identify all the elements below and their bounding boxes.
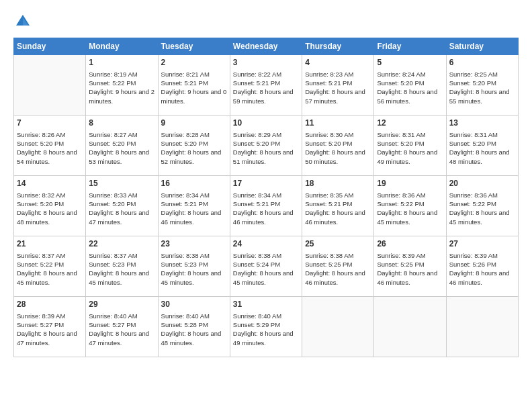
day-info: Sunrise: 8:23 AMSunset: 5:21 PMDaylight:… xyxy=(305,70,371,105)
day-number: 9 xyxy=(161,118,227,129)
day-number: 29 xyxy=(89,299,154,310)
day-number: 15 xyxy=(89,178,154,189)
day-number: 14 xyxy=(17,178,83,189)
day-info: Sunrise: 8:35 AMSunset: 5:21 PMDaylight:… xyxy=(305,191,371,226)
day-info: Sunrise: 8:39 AMSunset: 5:27 PMDaylight:… xyxy=(17,312,83,347)
day-info: Sunrise: 8:22 AMSunset: 5:21 PMDaylight:… xyxy=(233,70,299,105)
day-cell: 19Sunrise: 8:36 AMSunset: 5:22 PMDayligh… xyxy=(374,176,446,236)
day-number: 7 xyxy=(17,118,83,129)
day-cell: 4Sunrise: 8:23 AMSunset: 5:21 PMDaylight… xyxy=(302,55,374,116)
day-info: Sunrise: 8:27 AMSunset: 5:20 PMDaylight:… xyxy=(89,130,154,166)
day-number: 4 xyxy=(305,57,371,68)
day-cell xyxy=(302,297,374,357)
day-info: Sunrise: 8:28 AMSunset: 5:20 PMDaylight:… xyxy=(161,130,227,166)
weekday-header-row: SundayMondayTuesdayWednesdayThursdayFrid… xyxy=(14,38,519,55)
weekday-header-sunday: Sunday xyxy=(14,38,86,55)
day-info: Sunrise: 8:36 AMSunset: 5:22 PMDaylight:… xyxy=(449,191,515,226)
day-info: Sunrise: 8:34 AMSunset: 5:21 PMDaylight:… xyxy=(233,191,299,226)
day-cell: 20Sunrise: 8:36 AMSunset: 5:22 PMDayligh… xyxy=(446,176,518,236)
week-row-5: 28Sunrise: 8:39 AMSunset: 5:27 PMDayligh… xyxy=(14,297,519,357)
day-cell: 24Sunrise: 8:38 AMSunset: 5:24 PMDayligh… xyxy=(230,236,302,297)
day-number: 20 xyxy=(449,178,515,189)
day-info: Sunrise: 8:31 AMSunset: 5:20 PMDaylight:… xyxy=(377,130,443,166)
day-number: 17 xyxy=(233,178,299,189)
week-row-4: 21Sunrise: 8:37 AMSunset: 5:22 PMDayligh… xyxy=(14,236,519,297)
day-cell: 28Sunrise: 8:39 AMSunset: 5:27 PMDayligh… xyxy=(14,297,86,357)
day-cell: 30Sunrise: 8:40 AMSunset: 5:28 PMDayligh… xyxy=(158,297,230,357)
day-cell: 23Sunrise: 8:38 AMSunset: 5:23 PMDayligh… xyxy=(158,236,230,297)
weekday-header-wednesday: Wednesday xyxy=(230,38,302,55)
weekday-header-saturday: Saturday xyxy=(446,38,518,55)
day-info: Sunrise: 8:19 AMSunset: 5:22 PMDaylight:… xyxy=(89,70,154,105)
day-cell: 6Sunrise: 8:25 AMSunset: 5:20 PMDaylight… xyxy=(446,55,518,116)
day-cell: 2Sunrise: 8:21 AMSunset: 5:21 PMDaylight… xyxy=(158,55,230,116)
day-number: 3 xyxy=(233,57,299,68)
day-number: 21 xyxy=(17,238,83,250)
day-info: Sunrise: 8:32 AMSunset: 5:20 PMDaylight:… xyxy=(17,191,83,226)
day-number: 24 xyxy=(233,238,299,250)
day-info: Sunrise: 8:37 AMSunset: 5:23 PMDaylight:… xyxy=(89,251,154,287)
weekday-header-thursday: Thursday xyxy=(302,38,374,55)
day-info: Sunrise: 8:38 AMSunset: 5:24 PMDaylight:… xyxy=(233,251,299,287)
day-cell xyxy=(446,297,518,357)
week-row-2: 7Sunrise: 8:26 AMSunset: 5:20 PMDaylight… xyxy=(14,116,519,176)
day-cell: 7Sunrise: 8:26 AMSunset: 5:20 PMDaylight… xyxy=(14,116,86,176)
day-info: Sunrise: 8:39 AMSunset: 5:26 PMDaylight:… xyxy=(449,251,515,287)
day-number: 19 xyxy=(377,178,443,189)
day-number: 18 xyxy=(305,178,371,189)
week-row-3: 14Sunrise: 8:32 AMSunset: 5:20 PMDayligh… xyxy=(14,176,519,236)
day-cell: 14Sunrise: 8:32 AMSunset: 5:20 PMDayligh… xyxy=(14,176,86,236)
weekday-header-monday: Monday xyxy=(86,38,158,55)
day-info: Sunrise: 8:26 AMSunset: 5:20 PMDaylight:… xyxy=(17,130,83,166)
day-info: Sunrise: 8:39 AMSunset: 5:25 PMDaylight:… xyxy=(377,251,443,287)
day-info: Sunrise: 8:31 AMSunset: 5:20 PMDaylight:… xyxy=(449,130,515,166)
day-cell: 22Sunrise: 8:37 AMSunset: 5:23 PMDayligh… xyxy=(86,236,158,297)
day-number: 16 xyxy=(161,178,227,189)
calendar-table: SundayMondayTuesdayWednesdayThursdayFrid… xyxy=(13,38,519,357)
day-number: 31 xyxy=(233,299,299,310)
day-number: 1 xyxy=(89,57,154,68)
day-info: Sunrise: 8:36 AMSunset: 5:22 PMDaylight:… xyxy=(377,191,443,226)
day-cell: 25Sunrise: 8:38 AMSunset: 5:25 PMDayligh… xyxy=(302,236,374,297)
day-cell: 1Sunrise: 8:19 AMSunset: 5:22 PMDaylight… xyxy=(86,55,158,116)
day-number: 26 xyxy=(377,238,443,250)
day-number: 22 xyxy=(89,238,154,250)
day-cell: 17Sunrise: 8:34 AMSunset: 5:21 PMDayligh… xyxy=(230,176,302,236)
day-cell: 21Sunrise: 8:37 AMSunset: 5:22 PMDayligh… xyxy=(14,236,86,297)
day-number: 10 xyxy=(233,118,299,129)
day-info: Sunrise: 8:24 AMSunset: 5:20 PMDaylight:… xyxy=(377,70,443,105)
header xyxy=(13,12,519,31)
day-info: Sunrise: 8:40 AMSunset: 5:29 PMDaylight:… xyxy=(233,312,299,347)
day-cell: 12Sunrise: 8:31 AMSunset: 5:20 PMDayligh… xyxy=(374,116,446,176)
day-cell: 8Sunrise: 8:27 AMSunset: 5:20 PMDaylight… xyxy=(86,116,158,176)
day-info: Sunrise: 8:21 AMSunset: 5:21 PMDaylight:… xyxy=(161,70,227,105)
day-number: 2 xyxy=(161,57,227,68)
day-info: Sunrise: 8:37 AMSunset: 5:22 PMDaylight:… xyxy=(17,251,83,287)
day-info: Sunrise: 8:25 AMSunset: 5:20 PMDaylight:… xyxy=(449,70,515,105)
day-number: 25 xyxy=(305,238,371,250)
day-info: Sunrise: 8:29 AMSunset: 5:20 PMDaylight:… xyxy=(233,130,299,166)
day-cell xyxy=(14,55,86,116)
day-cell: 18Sunrise: 8:35 AMSunset: 5:21 PMDayligh… xyxy=(302,176,374,236)
day-cell: 10Sunrise: 8:29 AMSunset: 5:20 PMDayligh… xyxy=(230,116,302,176)
logo xyxy=(13,12,35,31)
day-cell: 16Sunrise: 8:34 AMSunset: 5:21 PMDayligh… xyxy=(158,176,230,236)
day-number: 28 xyxy=(17,299,83,310)
day-number: 13 xyxy=(449,118,515,129)
day-number: 6 xyxy=(449,57,515,68)
day-number: 12 xyxy=(377,118,443,129)
day-cell: 26Sunrise: 8:39 AMSunset: 5:25 PMDayligh… xyxy=(374,236,446,297)
week-row-1: 1Sunrise: 8:19 AMSunset: 5:22 PMDaylight… xyxy=(14,55,519,116)
logo-icon xyxy=(13,12,32,31)
page: SundayMondayTuesdayWednesdayThursdayFrid… xyxy=(0,0,532,411)
day-info: Sunrise: 8:40 AMSunset: 5:27 PMDaylight:… xyxy=(89,312,154,347)
day-cell: 3Sunrise: 8:22 AMSunset: 5:21 PMDaylight… xyxy=(230,55,302,116)
day-cell: 27Sunrise: 8:39 AMSunset: 5:26 PMDayligh… xyxy=(446,236,518,297)
weekday-header-friday: Friday xyxy=(374,38,446,55)
day-info: Sunrise: 8:38 AMSunset: 5:23 PMDaylight:… xyxy=(161,251,227,287)
day-number: 8 xyxy=(89,118,154,129)
day-cell: 29Sunrise: 8:40 AMSunset: 5:27 PMDayligh… xyxy=(86,297,158,357)
day-info: Sunrise: 8:38 AMSunset: 5:25 PMDaylight:… xyxy=(305,251,371,287)
day-number: 30 xyxy=(161,299,227,310)
day-cell: 31Sunrise: 8:40 AMSunset: 5:29 PMDayligh… xyxy=(230,297,302,357)
